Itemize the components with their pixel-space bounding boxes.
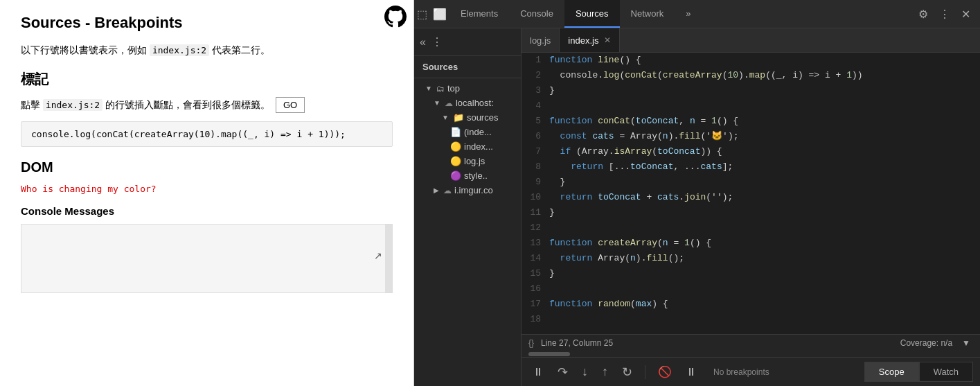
code-line-10[interactable]: 10 return toConcat + cats.join(''); xyxy=(522,190,980,205)
tab-console[interactable]: Console xyxy=(509,0,564,28)
line-content-2: console.log(conCat(createArray(10).map((… xyxy=(549,68,863,83)
coverage-label: Coverage: n/a xyxy=(900,338,952,348)
tree-icon-file-js1: 🟡 xyxy=(450,141,461,152)
settings-icon[interactable]: ⚙ xyxy=(916,5,931,24)
code-line-1[interactable]: 1function line() { xyxy=(522,53,980,68)
breakpoint-description: 點擊 index.js:2 的行號插入斷點，會看到很多個標籤。 GO xyxy=(21,97,393,113)
step-icon: ↻ xyxy=(622,365,632,380)
code-line-9[interactable]: 9 } xyxy=(522,175,980,190)
console-scrollbar[interactable] xyxy=(385,225,392,292)
code-example: console.log(conCat(createArray(10).map((… xyxy=(21,121,393,147)
line-content-7: if (Array.isArray(toConcat)) { xyxy=(549,144,722,159)
editor-area: log.js index.js ✕ 1function line() {2 co… xyxy=(522,28,980,386)
step-out-icon: ↑ xyxy=(602,365,608,379)
tab-close-icon[interactable]: ✕ xyxy=(604,35,611,45)
devtools-topbar: ⬚ ⬜ Elements Console Sources Network » ⚙… xyxy=(414,0,980,28)
scope-watch-area: Scope Watch xyxy=(864,362,973,382)
code-line-11[interactable]: 11} xyxy=(522,205,980,220)
webpage-preview: Sources - Breakpoints 以下行號將以書號表示，例如 inde… xyxy=(0,0,414,386)
watch-tab[interactable]: Watch xyxy=(919,362,973,382)
tree-item-top[interactable]: ▼ 🗂 top xyxy=(414,81,521,96)
code-line-7[interactable]: 7 if (Array.isArray(toConcat)) { xyxy=(522,144,980,159)
line-number-1: 1 xyxy=(522,53,549,68)
step-into-btn[interactable]: ↓ xyxy=(578,362,592,382)
tree-icon-file-gray: 📄 xyxy=(450,127,461,137)
scope-tab[interactable]: Scope xyxy=(864,362,919,382)
close-icon[interactable]: ✕ xyxy=(959,5,973,24)
github-logo xyxy=(384,6,407,33)
pause-exception-btn[interactable]: ⏸ xyxy=(681,363,701,381)
tree-item-style[interactable]: 🟣 style.. xyxy=(414,168,521,183)
braces-icon: {} xyxy=(528,338,534,348)
devtools-device-icon[interactable]: ⬜ xyxy=(430,5,449,24)
devtools-bottom: {} Line 27, Column 25 Coverage: n/a ▼ ⏸ xyxy=(522,334,980,386)
tree-arrow-top: ▼ xyxy=(425,85,432,92)
sidebar-label: Sources xyxy=(414,56,521,78)
deactivate-btn[interactable]: 🚫 xyxy=(654,362,676,381)
code-line-4[interactable]: 4 xyxy=(522,98,980,114)
devtools-cursor-icon[interactable]: ⬚ xyxy=(414,5,430,24)
code-line-5[interactable]: 5function conCat(toConcat, n = 1() { xyxy=(522,114,980,129)
line-number-18: 18 xyxy=(522,312,549,327)
tree-item-index-js[interactable]: 🟡 index... xyxy=(414,139,521,154)
tab-more[interactable]: » xyxy=(675,0,702,28)
tab-network[interactable]: Network xyxy=(620,0,675,28)
step-btn[interactable]: ↻ xyxy=(618,362,636,383)
tree-arrow-sources: ▼ xyxy=(442,114,449,121)
editor-scrollbar-area[interactable] xyxy=(522,351,980,357)
step-over-btn[interactable]: ↷ xyxy=(553,362,572,383)
section-label: 標記 xyxy=(21,70,393,89)
line-number-14: 14 xyxy=(522,251,549,266)
pause-resume-btn[interactable]: ⏸ xyxy=(528,363,548,381)
tree-icon-folder-sources: 📁 xyxy=(453,112,464,123)
step-out-btn[interactable]: ↑ xyxy=(598,362,612,382)
tab-sources[interactable]: Sources xyxy=(564,0,620,28)
step-over-icon: ↷ xyxy=(558,365,568,380)
tree-item-inde[interactable]: 📄 (inde... xyxy=(414,125,521,139)
code-line-15[interactable]: 15} xyxy=(522,266,980,281)
editor-tab-log-js[interactable]: log.js xyxy=(522,28,560,52)
line-number-10: 10 xyxy=(522,190,549,205)
line-number-6: 6 xyxy=(522,129,549,144)
code-line-3[interactable]: 3} xyxy=(522,83,980,98)
sidebar-dots-btn[interactable]: ⋮ xyxy=(431,35,443,49)
code-line-2[interactable]: 2 console.log(conCat(createArray(10).map… xyxy=(522,68,980,83)
no-breakpoints-label: No breakpoints xyxy=(713,367,769,377)
line-number-16: 16 xyxy=(522,281,549,297)
status-position: Line 27, Column 25 xyxy=(541,338,613,348)
code-line-13[interactable]: 13function createArray(n = 1() { xyxy=(522,236,980,251)
line-number-5: 5 xyxy=(522,114,549,129)
code-editor[interactable]: 1function line() {2 console.log(conCat(c… xyxy=(522,53,980,334)
status-dropdown-icon[interactable]: ▼ xyxy=(959,335,973,351)
status-bar: {} Line 27, Column 25 Coverage: n/a ▼ xyxy=(522,334,980,351)
page-subtitle: 以下行號將以書號表示，例如 index.js:2 代表第二行。 xyxy=(21,43,393,58)
file-tree: ▼ 🗂 top ▼ ☁ localhost: ▼ 📁 sources xyxy=(414,78,521,386)
code-line-14[interactable]: 14 return Array(n).fill(); xyxy=(522,251,980,266)
editor-scrollbar-thumb[interactable] xyxy=(528,352,570,356)
code-line-8[interactable]: 8 return [...toConcat, ...cats]; xyxy=(522,159,980,175)
line-content-13: function createArray(n = 1() { xyxy=(549,236,711,251)
tree-item-imgur[interactable]: ▶ ☁ i.imgur.co xyxy=(414,183,521,198)
code-line-17[interactable]: 17function random(max) { xyxy=(522,297,980,312)
tab-elements[interactable]: Elements xyxy=(449,0,509,28)
editor-tab-index-js[interactable]: index.js ✕ xyxy=(560,28,620,52)
sidebar-collapse-btn[interactable]: « xyxy=(420,36,426,49)
console-messages-heading: Console Messages xyxy=(21,205,393,217)
editor-tabs: log.js index.js ✕ xyxy=(522,28,980,53)
tree-icon-cloud-imgur: ☁ xyxy=(443,186,452,195)
code-line-18[interactable]: 18 xyxy=(522,312,980,327)
tree-item-localhost[interactable]: ▼ ☁ localhost: xyxy=(414,96,521,110)
tree-item-sources[interactable]: ▼ 📁 sources xyxy=(414,110,521,125)
code-line-6[interactable]: 6 const cats = Array(n).fill('🐱'); xyxy=(522,129,980,144)
sidebar-tabs: « ⋮ xyxy=(414,28,521,56)
more-options-icon[interactable]: ⋮ xyxy=(936,5,953,24)
line-number-4: 4 xyxy=(522,98,549,114)
tree-item-log-js[interactable]: 🟡 log.js xyxy=(414,154,521,168)
tree-icon-file-css: 🟣 xyxy=(450,170,461,181)
line-content-6: const cats = Array(n).fill('🐱'); xyxy=(549,129,739,144)
code-line-12[interactable]: 12 xyxy=(522,220,980,236)
line-number-2: 2 xyxy=(522,68,549,83)
code-line-16[interactable]: 16 xyxy=(522,281,980,297)
line-number-12: 12 xyxy=(522,220,549,236)
go-button[interactable]: GO xyxy=(276,97,305,113)
